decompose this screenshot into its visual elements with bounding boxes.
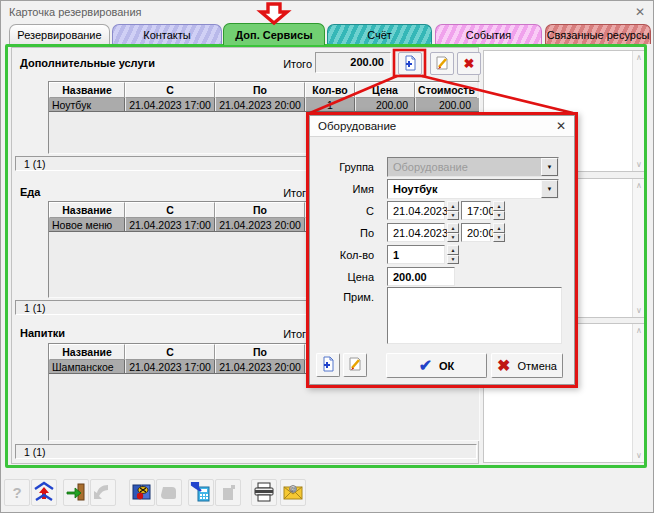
email-icon: @ — [282, 481, 304, 505]
window-titlebar: Карточка резервирования ✕ — [1, 1, 653, 22]
record-count: 1 (1) — [15, 444, 477, 459]
tab-invoice[interactable]: Счёт — [327, 24, 432, 44]
scrollbar[interactable]: ∧ ∨ — [632, 324, 645, 462]
scroll-up-icon[interactable]: ∧ — [636, 53, 642, 62]
to-time-field[interactable]: 20:00 — [461, 223, 491, 242]
chevron-down-icon[interactable]: ▼ — [541, 158, 558, 176]
help-icon: ? — [12, 484, 21, 501]
equipment-dialog: Оборудование ✕ Группа Оборудование ▼ Имя… — [306, 112, 578, 388]
svg-text:@: @ — [290, 486, 296, 492]
scrollbar[interactable]: ∧ ∨ — [632, 51, 645, 171]
to-date-field[interactable]: 21.04.2023 — [387, 223, 445, 242]
add-icon — [402, 55, 418, 73]
to-date-spinner[interactable]: ▲▼ — [447, 223, 459, 242]
window-title: Карточка резервирования — [9, 6, 142, 18]
copy-icon — [158, 481, 180, 505]
table-row-laptop[interactable]: Ноутбук 21.04.2023 17:00 21.04.2023 20:0… — [49, 98, 479, 112]
note-textarea[interactable] — [387, 287, 562, 344]
add-icon — [320, 356, 336, 374]
delete-icon: ✖ — [464, 56, 475, 71]
guest-directory-button[interactable] — [129, 479, 155, 506]
transfer-to-folio-button[interactable] — [188, 479, 214, 506]
help-button[interactable]: ? — [4, 479, 30, 506]
dialog-close-icon[interactable]: ✕ — [556, 119, 566, 133]
dialog-title: Оборудование — [318, 120, 396, 132]
paste-icon — [217, 481, 239, 505]
to-label: По — [309, 227, 381, 239]
section-title-drinks: Напитки — [20, 327, 65, 339]
table-header: Название С По Кол-во Цена Стоимость — [49, 82, 479, 98]
paste-button-disabled — [215, 479, 241, 506]
to-time-spinner[interactable]: ▲▼ — [493, 223, 505, 242]
scroll-up-icon[interactable]: ∧ — [636, 326, 642, 335]
tab-contacts[interactable]: Контакты — [112, 24, 222, 44]
x-icon: ✖ — [497, 356, 510, 375]
copy-button-disabled — [156, 479, 182, 506]
chevron-down-icon[interactable]: ▼ — [541, 180, 558, 198]
window-close-icon[interactable]: ✕ — [635, 5, 645, 19]
printer-icon — [253, 481, 275, 505]
price-label: Цена — [309, 271, 381, 283]
section-title-extra-services: Дополнительные услуги — [20, 57, 155, 69]
email-button[interactable]: @ — [280, 479, 306, 506]
from-time-spinner[interactable]: ▲▼ — [493, 201, 505, 220]
price-field[interactable]: 200.00 — [387, 267, 455, 286]
tab-events[interactable]: События — [435, 24, 542, 44]
tab-reservation[interactable]: Резервирование — [9, 24, 110, 44]
scroll-down-icon[interactable]: ∨ — [636, 306, 642, 315]
dialog-add-button[interactable] — [316, 353, 340, 377]
scroll-down-icon[interactable]: ∨ — [636, 451, 642, 460]
name-label: Имя — [309, 183, 381, 195]
total-label: Итого — [270, 58, 312, 70]
door-enter-icon — [65, 481, 87, 505]
check-out-button-disabled — [90, 479, 116, 506]
name-combo[interactable]: Ноутбук ▼ — [387, 179, 559, 199]
back-arrow-icon — [92, 481, 114, 505]
edit-icon — [347, 356, 363, 374]
section-title-food: Еда — [20, 186, 40, 198]
edit-service-button[interactable] — [430, 52, 454, 75]
dialog-edit-button[interactable] — [343, 353, 367, 377]
quantity-field[interactable]: 1 — [387, 245, 445, 264]
from-time-field[interactable]: 17:00 — [461, 201, 491, 220]
note-label: Прим. — [309, 291, 381, 303]
edit-icon — [434, 55, 450, 73]
tab-linked-resources[interactable]: Связанные ресурсы — [545, 24, 651, 44]
from-label: С — [309, 205, 381, 217]
total-value-field: 200.00 — [315, 52, 391, 73]
delete-service-button[interactable]: ✖ — [457, 52, 481, 75]
check-in-button[interactable] — [63, 479, 89, 506]
export-icon — [33, 481, 55, 505]
scroll-down-icon[interactable]: ∨ — [636, 160, 642, 169]
scrollbar[interactable]: ∧ ∨ — [632, 179, 645, 317]
from-date-field[interactable]: 21.04.2023 — [387, 201, 445, 220]
group-combo: Оборудование ▼ — [387, 157, 559, 177]
quantity-spinner[interactable]: ▲▼ — [447, 245, 459, 264]
tab-extra-services[interactable]: Доп. Сервисы — [223, 23, 325, 45]
dialog-cancel-button[interactable]: ✖ Отмена — [491, 353, 563, 378]
check-icon: ✔ — [419, 356, 432, 375]
reservation-card-window: Карточка резервирования ✕ Резервирование… — [0, 0, 654, 513]
print-button[interactable] — [251, 479, 277, 506]
add-service-button[interactable] — [398, 52, 422, 75]
bottom-toolbar: ? @ ✔ ОК ✖ — [1, 473, 653, 513]
export-button[interactable] — [31, 479, 57, 506]
dialog-titlebar: Оборудование ✕ — [310, 116, 574, 137]
scroll-up-icon[interactable]: ∧ — [636, 181, 642, 190]
from-date-spinner[interactable]: ▲▼ — [447, 201, 459, 220]
group-label: Группа — [309, 161, 381, 173]
calculator-icon — [190, 481, 212, 505]
address-book-icon — [131, 481, 153, 505]
dialog-ok-button[interactable]: ✔ ОК — [386, 353, 487, 378]
quantity-label: Кол-во — [309, 249, 381, 261]
